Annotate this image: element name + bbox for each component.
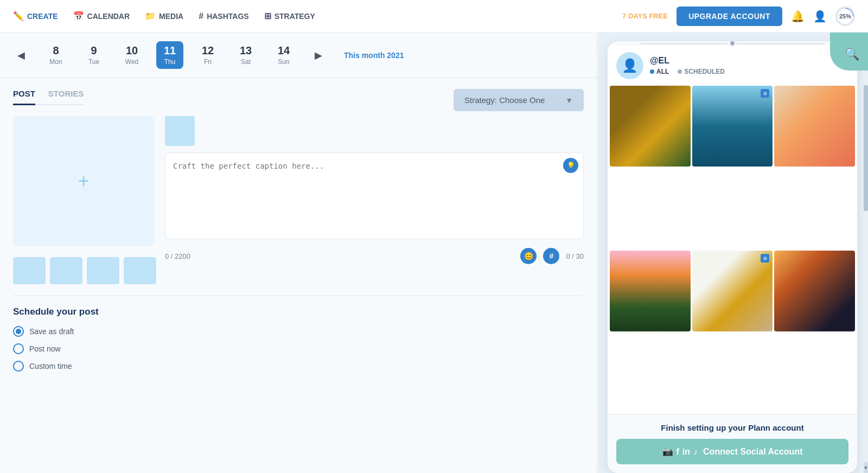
date-item-11[interactable]: 11 Thu [156, 41, 183, 69]
thumbnail-2[interactable] [50, 257, 82, 284]
date-item-12[interactable]: 12 Fri [194, 41, 221, 69]
radio-circle-checked [13, 326, 24, 337]
connect-btn-label: Connect Social Account [703, 447, 802, 457]
nav-create[interactable]: ✏️ CREATE [13, 11, 58, 21]
schedule-section: Schedule your post Save as draft Post no… [0, 296, 597, 382]
radio-post-now[interactable]: Post now [13, 343, 584, 354]
date-item-14[interactable]: 14 Sun [270, 41, 297, 69]
scroll-track [864, 43, 868, 462]
ai-icon: 💡 [567, 162, 575, 169]
phone-area: 👤 @EL ALL SCHEDULED [597, 33, 868, 473]
caption-textarea[interactable] [165, 152, 584, 239]
caption-area: 💡 0 / 2200 😊 # 0 / 30 [165, 116, 584, 284]
date-num-14: 14 [278, 44, 290, 57]
radio-save-draft[interactable]: Save as draft [13, 326, 584, 337]
grid-cell-6[interactable] [774, 251, 855, 331]
grid-cell-1[interactable] [610, 86, 691, 167]
connect-social-button[interactable]: 📷 f in ♪ Connect Social Account [616, 439, 848, 464]
profile-info: @EL ALL SCHEDULED [650, 56, 848, 75]
date-day-11: Thu [164, 58, 176, 66]
scroll-down-button[interactable]: ▼ [864, 462, 868, 473]
phone-bar-dot [730, 41, 735, 46]
calendar-icon: 📅 [73, 11, 84, 21]
social-icons: 📷 f in ♪ [662, 446, 698, 457]
avatar: 👤 [616, 52, 643, 79]
date-items: 8 Mon 9 Tue 10 Wed 11 Thu 12 Fri [42, 41, 297, 69]
hashtag-button[interactable]: # [543, 248, 559, 264]
post-tabs: POST STORIES [13, 89, 84, 105]
tab-post[interactable]: POST [13, 89, 35, 105]
phone-bar-line-2 [737, 43, 825, 44]
progress-circle[interactable]: 25% [835, 7, 855, 26]
create-icon: ✏️ [13, 11, 24, 21]
hashtag-icon: # [199, 11, 203, 21]
hashtag-counter: 0 / 30 [566, 252, 584, 260]
nav-hashtags-label: HASHTAGS [207, 12, 249, 21]
nav-create-label: CREATE [27, 12, 58, 21]
radio-dot [16, 329, 21, 334]
nav-strategy-label: STRATEGY [275, 12, 315, 21]
facebook-icon: f [676, 447, 679, 457]
nav-media[interactable]: 📁 MEDIA [145, 11, 183, 21]
date-day-8: Mon [49, 58, 62, 66]
nav-calendar-label: CALENDAR [87, 12, 130, 21]
main-layout: ◀ 8 Mon 9 Tue 10 Wed 11 Thu [0, 33, 868, 473]
small-image-placeholder [165, 116, 195, 146]
image-upload-area[interactable]: + [13, 116, 154, 246]
search-fab-button[interactable]: 🔍 [830, 33, 868, 71]
date-item-8[interactable]: 8 Mon [42, 41, 69, 69]
phone-top-bar [608, 41, 857, 46]
date-item-13[interactable]: 13 Sat [232, 41, 259, 69]
add-media-icon: + [78, 170, 89, 193]
filter-tab-scheduled[interactable]: SCHEDULED [678, 68, 725, 75]
avatar-icon: 👤 [622, 58, 638, 73]
date-num-10: 10 [126, 44, 138, 57]
top-navigation: ✏️ CREATE 📅 CALENDAR 📁 MEDIA # HASHTAGS … [0, 0, 868, 33]
search-icon: 🔍 [839, 42, 859, 61]
setup-title: Finish setting up your Plann account [616, 423, 848, 432]
radio-label-custom-time: Custom time [29, 362, 72, 370]
grid-cell-5[interactable]: ⊞ [692, 251, 773, 331]
thumbnail-row [13, 257, 156, 284]
date-item-9[interactable]: 9 Tue [80, 41, 107, 69]
grid-cell-2[interactable]: ⊞ [692, 86, 773, 167]
counter-bar: 0 / 2200 😊 # 0 / 30 [165, 248, 584, 264]
filter-tab-all[interactable]: ALL [650, 68, 669, 75]
nav-media-label: MEDIA [159, 12, 183, 21]
nav-left: ✏️ CREATE 📅 CALENDAR 📁 MEDIA # HASHTAGS … [13, 11, 315, 21]
scroll-thumb[interactable] [864, 85, 868, 211]
content-row: + 💡 [13, 116, 584, 284]
date-item-10[interactable]: 10 Wed [118, 41, 145, 69]
prev-week-button[interactable]: ◀ [13, 47, 29, 63]
strategy-icon: ⊞ [264, 11, 271, 21]
scheduled-tab-dot [678, 69, 682, 74]
upgrade-button[interactable]: UPGRADE ACCOUNT [676, 7, 782, 26]
profile-filter-tabs: ALL SCHEDULED [650, 68, 848, 75]
nav-calendar[interactable]: 📅 CALENDAR [73, 11, 130, 21]
thumbnail-4[interactable] [124, 257, 156, 284]
date-num-8: 8 [53, 44, 59, 57]
grid-cell-3[interactable] [774, 86, 855, 167]
notification-icon[interactable]: 🔔 [791, 10, 805, 23]
strategy-selector[interactable]: Strategy: Choose One ▼ [454, 89, 584, 111]
radio-custom-time[interactable]: Custom time [13, 361, 584, 372]
emoji-button[interactable]: 😊 [520, 248, 537, 264]
thumbnail-1[interactable] [13, 257, 46, 284]
ai-suggest-button[interactable]: 💡 [563, 158, 578, 173]
image-grid: ⊞ ⊞ [608, 86, 857, 414]
nav-hashtags[interactable]: # HASHTAGS [199, 11, 248, 21]
tab-stories[interactable]: STORIES [48, 89, 84, 105]
emoji-icon: 😊 [524, 252, 533, 260]
right-scrollbar: ▲ ▼ [864, 33, 868, 473]
nav-strategy[interactable]: ⊞ STRATEGY [264, 11, 315, 21]
media-icon: 📁 [145, 11, 156, 21]
thumbnail-3[interactable] [87, 257, 119, 284]
user-icon[interactable]: 👤 [813, 10, 827, 23]
schedule-title: Schedule your post [13, 306, 584, 317]
this-month-label[interactable]: This month 2021 [344, 51, 404, 60]
next-week-button[interactable]: ▶ [310, 47, 327, 63]
radio-circle-empty-2 [13, 361, 24, 372]
right-panel: 🔍 👤 @EL [597, 33, 868, 473]
chevron-down-icon: ▼ [565, 96, 573, 105]
grid-cell-4[interactable] [610, 251, 691, 331]
